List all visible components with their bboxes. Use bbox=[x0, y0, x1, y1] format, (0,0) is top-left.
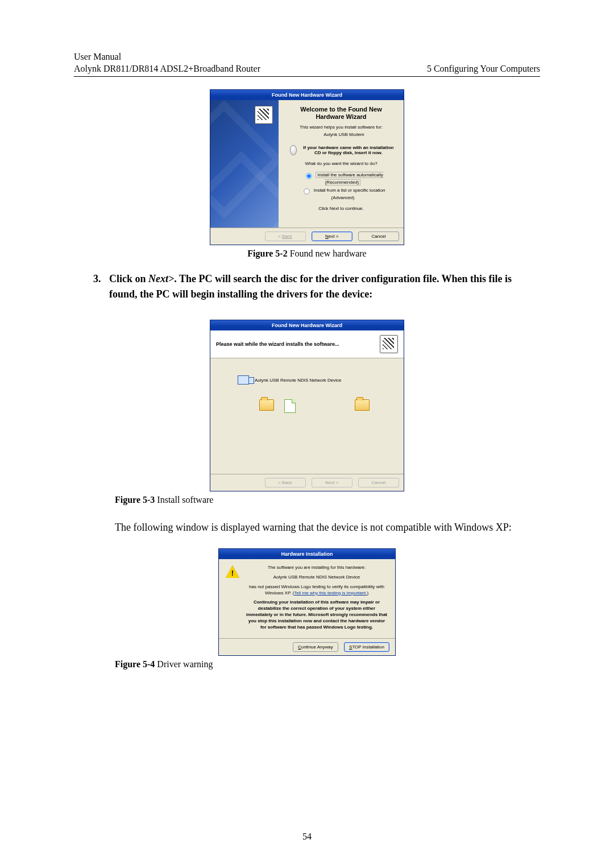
option-auto-install[interactable]: Install the software automatically (Reco… bbox=[289, 170, 396, 185]
wizard-heading: Welcome to the Found New Hardware Wizard bbox=[285, 106, 397, 122]
cancel-button[interactable]: Cancel bbox=[358, 232, 399, 241]
warn-bold-text: Continuing your installation of this sof… bbox=[245, 600, 388, 630]
network-device-icon bbox=[238, 375, 249, 385]
hardware-installation-warning-dialog: Hardware Installation The software you a… bbox=[218, 548, 396, 656]
dialog-button-bar: < Back Next > Cancel bbox=[210, 474, 404, 491]
option-list-install[interactable]: Install from a list or specific location… bbox=[289, 185, 396, 201]
warn-device: Aolynk USB Remote NDIS Network Device bbox=[245, 574, 388, 581]
install-device-name: Aolynk USB Remote NDIS Network Device bbox=[255, 378, 342, 383]
radio-list[interactable] bbox=[304, 188, 310, 194]
back-button: < Back bbox=[265, 232, 306, 241]
dialog-title-bar: Hardware Installation bbox=[219, 549, 395, 559]
document-page: User Manual Aolynk DR811/DR814 ADSL2+Bro… bbox=[0, 0, 614, 868]
stop-installation-button[interactable]: STOP Installation bbox=[344, 642, 389, 652]
option-list-label: Install from a list or specific location… bbox=[314, 188, 385, 200]
wizard-side-graphic bbox=[210, 100, 279, 228]
warn-line-1: The software you are installing for this… bbox=[245, 565, 388, 571]
cd-hint-text: If your hardware came with an installati… bbox=[303, 145, 393, 155]
wizard-intro: This wizard helps you install software f… bbox=[285, 125, 397, 130]
page-header: User Manual Aolynk DR811/DR814 ADSL2+Bro… bbox=[74, 51, 540, 77]
dialog-button-bar: Continue Anyway STOP Installation bbox=[219, 638, 395, 655]
wizard-device-name: Aolynk USB Modem bbox=[291, 132, 397, 137]
dialog-title-bar: Found New Hardware Wizard bbox=[210, 90, 404, 100]
step-3: 3. Click on Next>. The PC will search th… bbox=[93, 271, 540, 303]
dialog-button-bar: < Back Next > Cancel bbox=[210, 228, 404, 245]
page-number: 54 bbox=[0, 832, 614, 842]
found-hardware-wizard-dialog: Found New Hardware Wizard Welcome to the… bbox=[210, 89, 404, 245]
cd-icon bbox=[290, 145, 297, 155]
figure-5-2-caption: Figure 5-2 Found new hardware bbox=[74, 249, 540, 259]
install-progress-animation bbox=[222, 399, 392, 413]
warning-icon bbox=[226, 565, 239, 578]
figure-5-3-caption: Figure 5-3 Install software bbox=[115, 495, 540, 505]
step-number: 3. bbox=[93, 271, 109, 303]
install-software-dialog: Found New Hardware Wizard Please wait wh… bbox=[210, 320, 404, 491]
next-button: Next > bbox=[312, 478, 352, 487]
step-text: Click on Next>. The PC will search the d… bbox=[109, 271, 540, 303]
folder-icon bbox=[355, 399, 370, 411]
dialog-title-bar: Found New Hardware Wizard bbox=[210, 320, 404, 330]
warn-logo-test: has not passed Windows Logo testing to v… bbox=[245, 584, 388, 597]
wizard-question: What do you want the wizard to do? bbox=[285, 161, 397, 166]
wizard-continue-hint: Click Next to continue. bbox=[285, 206, 397, 211]
radio-auto[interactable] bbox=[306, 173, 312, 179]
header-section: 5 Configuring Your Computers bbox=[427, 63, 540, 75]
why-testing-link[interactable]: Tell me why this testing is important. bbox=[294, 590, 367, 596]
header-line-1: User Manual bbox=[74, 51, 540, 63]
document-icon bbox=[284, 399, 296, 413]
cancel-button: Cancel bbox=[358, 478, 399, 487]
option-auto-label: Install the software automatically (Reco… bbox=[316, 172, 383, 185]
compat-paragraph: The following window is displayed warnin… bbox=[115, 520, 540, 536]
device-icon bbox=[255, 106, 273, 124]
figure-5-4-caption: Figure 5-4 Driver warning bbox=[115, 659, 540, 669]
back-button: < Back bbox=[265, 478, 306, 487]
next-button[interactable]: Next > bbox=[312, 232, 352, 241]
folder-icon bbox=[259, 399, 274, 411]
device-icon bbox=[380, 335, 398, 353]
continue-anyway-button[interactable]: Continue Anyway bbox=[293, 642, 338, 652]
header-product: Aolynk DR811/DR814 ADSL2+Broadband Route… bbox=[74, 63, 260, 75]
install-heading: Please wait while the wizard installs th… bbox=[216, 341, 339, 347]
